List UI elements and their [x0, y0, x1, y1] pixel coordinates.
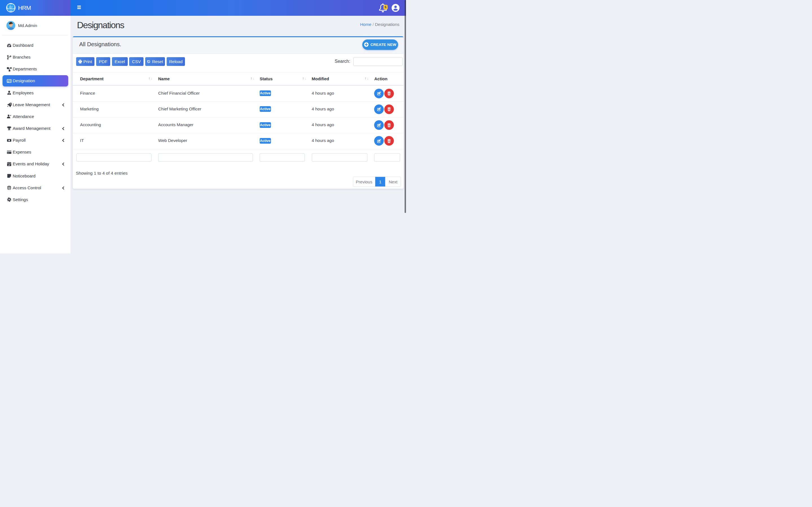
- svg-text:HRM: HRM: [9, 10, 13, 11]
- svg-text:The Ultimate: The Ultimate: [7, 8, 15, 10]
